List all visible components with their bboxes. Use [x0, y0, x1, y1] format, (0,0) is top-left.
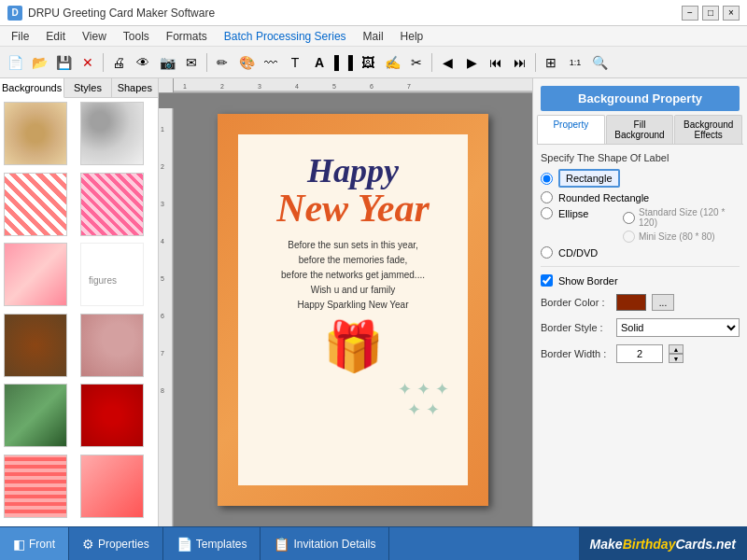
svg-text:7: 7	[161, 350, 164, 357]
right-panel-tabs: Property Fill Background Background Effe…	[537, 115, 743, 145]
tab-backgrounds[interactable]: Backgrounds	[0, 78, 64, 98]
tool-open[interactable]: 📂	[28, 51, 50, 74]
separator-1	[103, 53, 104, 72]
menu-batch[interactable]: Batch Processing Series	[217, 28, 354, 45]
tool-delete[interactable]: ✕	[77, 51, 99, 74]
border-color-picker-button[interactable]: ...	[652, 294, 674, 311]
templates-label: Templates	[196, 538, 247, 551]
list-item[interactable]	[4, 173, 67, 236]
list-item[interactable]	[80, 384, 144, 447]
thumbnail-grid: figures	[0, 98, 158, 526]
border-color-swatch[interactable]	[616, 294, 646, 311]
border-width-label: Border Width :	[541, 348, 611, 359]
list-item[interactable]: figures	[80, 243, 144, 306]
tool-preview[interactable]: 👁	[132, 51, 154, 74]
tool-new[interactable]: 📄	[4, 51, 26, 74]
show-border-row[interactable]: Show Border	[541, 274, 740, 287]
close-button[interactable]: ×	[723, 6, 740, 21]
menu-bar: File Edit View Tools Formats Batch Proce…	[0, 26, 747, 47]
left-panel-tabs: Backgrounds Styles Shapes	[0, 78, 158, 98]
size-mini[interactable]: Mini Size (80 * 80)	[623, 231, 740, 243]
watermark: MakeBirthdayCards.net	[579, 527, 747, 560]
tool-scissor[interactable]: ✂	[405, 51, 428, 74]
tool-pen[interactable]: ✏	[211, 51, 233, 74]
tool-email[interactable]: ✉	[180, 51, 203, 74]
show-border-checkbox[interactable]	[541, 274, 553, 287]
border-width-spinner[interactable]: ▲ ▼	[669, 344, 684, 363]
rp-tab-property[interactable]: Property	[537, 115, 605, 144]
list-item[interactable]	[4, 102, 67, 165]
list-item[interactable]	[4, 455, 67, 518]
tool-prev[interactable]: ◀	[436, 51, 458, 74]
bottom-templates-button[interactable]: 📄 Templates	[163, 527, 261, 560]
minimize-button[interactable]: −	[682, 6, 698, 21]
tab-shapes[interactable]: Shapes	[112, 78, 158, 97]
card-body: Before the sun sets in this year, before…	[281, 238, 425, 313]
menu-view[interactable]: View	[75, 28, 114, 45]
radio-cd-dvd[interactable]: CD/DVD	[541, 246, 740, 259]
spin-down[interactable]: ▼	[669, 354, 684, 363]
svg-text:figures: figures	[89, 275, 117, 286]
tab-styles[interactable]: Styles	[64, 78, 111, 97]
bottom-front-button[interactable]: ◧ Front	[0, 527, 69, 560]
spin-up[interactable]: ▲	[669, 344, 684, 354]
list-item[interactable]	[4, 384, 67, 447]
svg-text:6: 6	[370, 83, 374, 90]
radio-rounded-rect[interactable]: Rounded Rectangle	[541, 191, 740, 203]
menu-mail[interactable]: Mail	[356, 28, 391, 45]
list-item[interactable]	[4, 314, 67, 377]
tool-signature[interactable]: ✍	[381, 51, 403, 74]
tool-next[interactable]: ▶	[460, 51, 483, 74]
app-title: DRPU Greeting Card Maker Software	[28, 7, 215, 20]
rp-tab-effects[interactable]: Background Effects	[674, 115, 742, 144]
separator-4	[535, 53, 536, 72]
bottom-invitation-button[interactable]: 📋 Invitation Details	[261, 527, 389, 560]
tool-skip-prev[interactable]: ⏮	[485, 51, 507, 74]
tool-skip-next[interactable]: ⏭	[509, 51, 531, 74]
tool-zoom-1-1[interactable]: 1:1	[564, 51, 586, 74]
maximize-button[interactable]: □	[702, 6, 719, 21]
window-controls[interactable]: − □ ×	[682, 6, 740, 21]
menu-help[interactable]: Help	[393, 28, 431, 45]
menu-tools[interactable]: Tools	[116, 28, 157, 45]
canvas-wrapper: 1 2 3 4 5 6 7 1 2 3 4 5 6 7	[159, 78, 532, 526]
svg-text:5: 5	[332, 83, 336, 90]
list-item[interactable]	[4, 243, 67, 306]
radio-rectangle[interactable]: Rectangle	[541, 169, 740, 188]
tool-print[interactable]: 🖨	[107, 51, 130, 74]
list-item[interactable]	[80, 173, 144, 236]
border-width-input[interactable]: 2	[616, 344, 663, 363]
tool-zoom-in[interactable]: 🔍	[588, 51, 611, 74]
menu-edit[interactable]: Edit	[38, 28, 73, 45]
radio-ellipse[interactable]: Ellipse	[541, 207, 597, 219]
card-new-year-text: New Year	[276, 186, 430, 231]
tool-font[interactable]: A	[308, 51, 331, 74]
cd-dvd-label: CD/DVD	[558, 247, 598, 259]
tool-grid[interactable]: ⊞	[540, 51, 562, 74]
svg-text:8: 8	[161, 387, 164, 394]
rp-tab-fill[interactable]: Fill Background	[606, 115, 674, 144]
tool-image[interactable]: 🖼	[357, 51, 379, 74]
bottom-properties-button[interactable]: ⚙ Properties	[69, 527, 163, 560]
show-border-label: Show Border	[558, 275, 618, 287]
list-item[interactable]	[80, 455, 144, 518]
list-item[interactable]	[80, 314, 144, 377]
border-color-row: Border Color : ...	[541, 294, 740, 311]
tool-color[interactable]: 🎨	[235, 51, 258, 74]
shape-section-title: Specify The Shape Of Label	[541, 152, 740, 163]
list-item[interactable]	[80, 102, 144, 165]
tool-camera[interactable]: 📷	[156, 51, 178, 74]
tool-wave[interactable]: 〰	[260, 51, 282, 74]
tool-save[interactable]: 💾	[52, 51, 75, 74]
separator-3	[431, 53, 432, 72]
invitation-icon: 📋	[274, 537, 289, 552]
size-standard[interactable]: Standard Size (120 * 120)	[623, 207, 740, 228]
tool-barcode[interactable]: ▌▐	[332, 51, 355, 74]
border-style-select[interactable]: Solid Dashed Dotted	[616, 318, 740, 337]
menu-file[interactable]: File	[4, 28, 36, 45]
main-area: Backgrounds Styles Shapes figures	[0, 78, 747, 526]
card-stars: ✦ ✦ ✦ ✦ ✦	[398, 379, 458, 420]
properties-label: Properties	[98, 538, 149, 551]
tool-text[interactable]: T	[284, 51, 306, 74]
menu-formats[interactable]: Formats	[159, 28, 215, 45]
